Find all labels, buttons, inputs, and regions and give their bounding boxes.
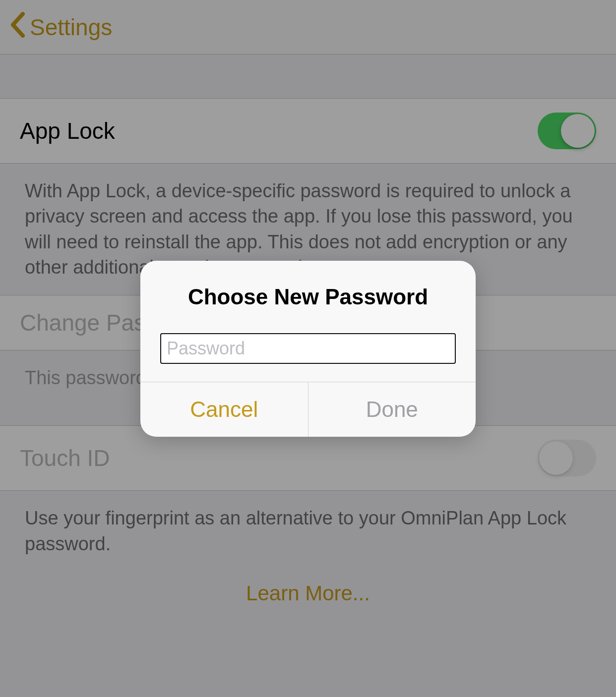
password-alert: Choose New Password Cancel Done [140, 261, 476, 437]
done-button[interactable]: Done [308, 382, 476, 437]
password-input[interactable] [160, 333, 456, 364]
alert-button-row: Cancel Done [140, 382, 476, 437]
alert-title: Choose New Password [188, 285, 428, 309]
modal-overlay: Choose New Password Cancel Done [0, 0, 616, 697]
cancel-button[interactable]: Cancel [140, 382, 308, 437]
alert-body: Choose New Password [140, 261, 476, 382]
